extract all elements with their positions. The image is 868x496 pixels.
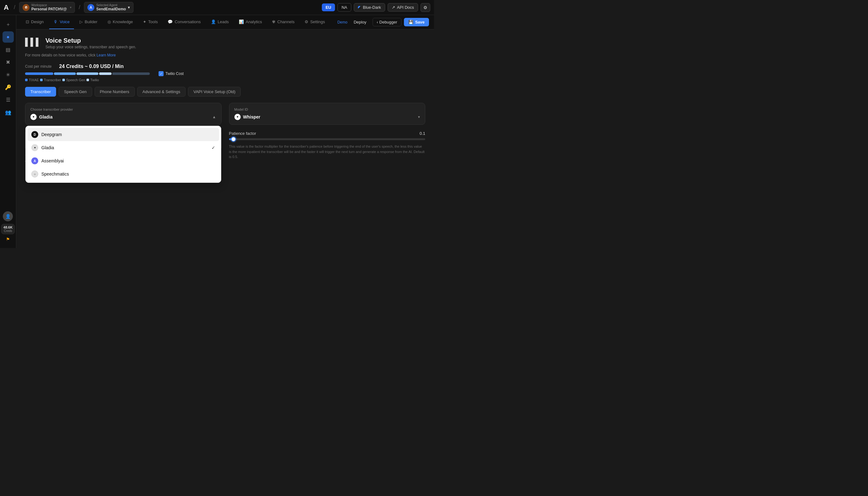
model-id-label: Model ID: [235, 108, 420, 111]
sidebar-icon-tools[interactable]: ✖: [2, 57, 14, 68]
patience-header: Patience factor 0.1: [229, 131, 425, 136]
save-button[interactable]: 💾 Save: [404, 18, 429, 26]
voice-tab-label: Voice: [60, 19, 69, 24]
knowledge-tab-label: Knowledge: [113, 19, 133, 24]
gladia-dropdown-icon: ✦: [31, 144, 38, 151]
dropdown-item-gladia[interactable]: ✦ Gladia ✓: [28, 141, 219, 154]
provider-dropdown: D Deepgram ✦ Gladia ✓ A Assemblyai: [26, 126, 221, 183]
tab-design[interactable]: ⊡ Design: [21, 15, 48, 29]
warning-icon[interactable]: ⚑: [6, 237, 10, 242]
tab-tools[interactable]: ✦ Tools: [139, 15, 162, 29]
subtab-vapi[interactable]: VAPI Voice Setup (Old): [188, 87, 241, 96]
debugger-label: Debugger: [380, 20, 397, 25]
page-title: Voice Setup: [45, 37, 136, 44]
subtab-advanced[interactable]: Advanced & Settings: [137, 87, 186, 96]
tools-tab-icon: ✦: [143, 19, 146, 24]
demo-link[interactable]: Demo: [337, 20, 348, 25]
design-tab-icon: ⊡: [26, 19, 29, 24]
tab-builder[interactable]: ▷ Builder: [75, 15, 101, 29]
builder-tab-label: Builder: [85, 19, 97, 24]
left-column: Choose transcriber provider ✦ Gladia ▲ D: [25, 103, 222, 172]
theme-label: Blue-Dark: [363, 5, 381, 10]
agent-name: SendEmailDemo: [96, 7, 126, 11]
model-selector[interactable]: ✦ Whisper ▾: [235, 114, 420, 120]
credits-badge[interactable]: 48.6K Creds: [1, 224, 15, 234]
main-layout: ＋ ● ▤ ✖ ✳ 🔑 ☰ 👥 👤 48.6K Creds ⚑ ⊡ Design…: [0, 15, 434, 248]
page-subtitle: Setup your voice settings, transcriber a…: [45, 45, 136, 49]
tixae-dot-icon: [25, 79, 28, 81]
nav-right: Demo Deploy ‹ Debugger 💾 Save: [337, 18, 429, 26]
tab-voice[interactable]: 🎙 Voice: [49, 15, 74, 29]
analytics-tab-icon: 📊: [239, 19, 244, 24]
sidebar-icon-key[interactable]: 🔑: [2, 81, 14, 93]
provider-card: Choose transcriber provider ✦ Gladia ▲ D: [25, 103, 222, 125]
learn-more-link[interactable]: Learn More: [97, 53, 116, 57]
api-docs-label: API Docs: [397, 5, 414, 10]
agent-label: Selected Agent: [96, 3, 126, 7]
sidebar-icon-bug[interactable]: ✳: [2, 69, 14, 80]
sidebar-icon-add[interactable]: ＋: [2, 19, 14, 30]
deploy-button[interactable]: Deploy: [350, 18, 370, 26]
subtab-transcriber[interactable]: Transcriber: [25, 87, 56, 96]
twilio-checkbox[interactable]: ✓: [159, 71, 164, 76]
page-header: ▌▌▌ Voice Setup Setup your voice setting…: [25, 37, 425, 49]
topbar-settings-button[interactable]: ⚙: [420, 3, 430, 12]
assemblyai-label: Assemblyai: [42, 158, 64, 164]
agent-button[interactable]: A Selected Agent SendEmailDemo ▾: [84, 2, 133, 13]
na-region-button[interactable]: NA: [337, 3, 351, 12]
bar-twilio: [99, 73, 112, 75]
cost-row: Cost per minute 24 Credits ~ 0.09 USD / …: [25, 64, 425, 69]
tools-tab-label: Tools: [148, 19, 158, 24]
model-name: Whisper: [243, 114, 260, 120]
workspace-button[interactable]: 🐶 Workspace Personal PATCHV@ ▾: [19, 2, 75, 13]
subtab-phone-numbers[interactable]: Phone Numbers: [95, 87, 135, 96]
api-docs-button[interactable]: ↗ API Docs: [388, 3, 418, 12]
conversations-tab-icon: 💬: [168, 19, 173, 24]
speechmatics-label: Speechmatics: [42, 171, 69, 176]
channels-tab-label: Channels: [277, 19, 294, 24]
debugger-button[interactable]: ‹ Debugger: [373, 18, 401, 26]
tab-settings[interactable]: ⚙ Settings: [300, 15, 329, 29]
sidebar-icon-inbox[interactable]: ▤: [2, 44, 14, 55]
tab-leads[interactable]: 👤 Leads: [207, 15, 233, 29]
avatar[interactable]: 👤: [3, 211, 13, 221]
leads-tab-label: Leads: [218, 19, 229, 24]
bar-remaining: [112, 73, 150, 75]
eu-region-button[interactable]: EU: [322, 3, 335, 11]
sidebar-icon-chat[interactable]: ●: [2, 31, 14, 43]
cost-value: 24 Credits ~ 0.09 USD / Min: [59, 64, 124, 69]
right-column: Model ID ✦ Whisper ▾ Patience factor: [229, 103, 425, 172]
tab-knowledge[interactable]: ◎ Knowledge: [103, 15, 137, 29]
sidebar-icon-list[interactable]: ☰: [2, 94, 14, 105]
provider-selector[interactable]: ✦ Gladia ▲: [30, 114, 216, 120]
channels-tab-icon: ✾: [272, 19, 275, 24]
deepgram-label: Deepgram: [42, 132, 62, 137]
knowledge-tab-icon: ◎: [108, 19, 111, 24]
dropdown-item-assemblyai[interactable]: A Assemblyai: [28, 154, 219, 167]
twilio-cost-check: ✓ Twilio Cost: [159, 71, 183, 76]
patience-section: Patience factor 0.1 This value is the fa…: [229, 131, 425, 159]
agent-chevron-icon: ▾: [128, 5, 130, 10]
theme-button[interactable]: Blue-Dark: [354, 3, 385, 12]
builder-tab-icon: ▷: [80, 19, 83, 24]
subtab-speechgen[interactable]: Speech Gen: [59, 87, 92, 96]
sidebar-icon-team[interactable]: 👥: [2, 107, 14, 118]
topbar: A / 🐶 Workspace Personal PATCHV@ ▾ / A S…: [0, 0, 434, 15]
sep1: /: [14, 4, 15, 11]
tab-channels[interactable]: ✾ Channels: [268, 15, 299, 29]
patience-slider[interactable]: [229, 138, 425, 140]
patience-thumb[interactable]: [231, 137, 236, 142]
settings-tab-label: Settings: [310, 19, 325, 24]
workspace-chevron-icon: ▾: [70, 6, 71, 9]
tab-conversations[interactable]: 💬 Conversations: [163, 15, 205, 29]
dropdown-item-speechmatics[interactable]: ○ Speechmatics: [28, 167, 219, 181]
credits-amount: 48.6K: [3, 226, 13, 229]
save-label: Save: [415, 20, 424, 25]
twilio-cost-label: Twilio Cost: [165, 72, 183, 76]
learn-more-prefix: For more details on how voice works, cli…: [25, 53, 96, 57]
tab-analytics[interactable]: 📊 Analytics: [235, 15, 266, 29]
cost-bar: [25, 73, 150, 75]
sidebar: ＋ ● ▤ ✖ ✳ 🔑 ☰ 👥 👤 48.6K Creds ⚑: [0, 15, 16, 248]
analytics-tab-label: Analytics: [246, 19, 262, 24]
dropdown-item-deepgram[interactable]: D Deepgram: [28, 128, 219, 141]
